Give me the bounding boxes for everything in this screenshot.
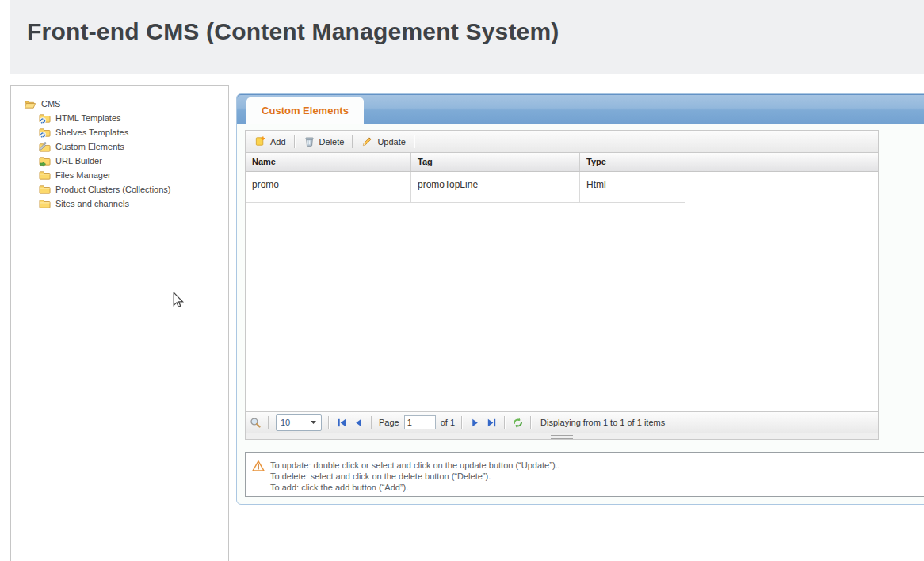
toolbar-separator (294, 135, 296, 148)
help-text: To update: double click or select and cl… (270, 460, 560, 490)
add-button-label: Add (270, 137, 286, 147)
tree-root-label: CMS (41, 99, 60, 109)
folder-icon (39, 198, 51, 210)
custom-elements-grid: Add Delete Update (245, 130, 879, 440)
tree-item-label: Files Manager (55, 170, 111, 180)
resize-grip-handle[interactable] (551, 435, 573, 439)
cell-tag: promoTopLine (411, 172, 580, 202)
last-page-icon[interactable] (486, 417, 498, 429)
tree-item-label: HTML Templates (55, 113, 121, 123)
sidebar-tree-panel: CMS HTML Templates Shelves Templ (10, 85, 229, 561)
help-box: To update: double click or select and cl… (245, 452, 924, 497)
custom-elements-panel: Custom Elements Add Delete (236, 94, 924, 505)
cell-name: promo (246, 172, 411, 202)
page-title: Front-end CMS (Content Management System… (10, 0, 924, 45)
page-number-input[interactable] (404, 415, 436, 429)
sidebar-item-sites-and-channels[interactable]: Sites and channels (39, 197, 228, 211)
folder-sync-icon (39, 127, 51, 139)
pager-separator (371, 416, 372, 429)
sidebar-item-files-manager[interactable]: Files Manager (39, 168, 228, 182)
cell-type: Html (580, 172, 685, 202)
pagination-status: Displaying from 1 to 1 of 1 items (540, 418, 665, 427)
sidebar-item-shelves-templates[interactable]: Shelves Templates (39, 125, 228, 139)
update-button[interactable]: Update (354, 133, 412, 151)
page-size-select[interactable]: 10 (276, 414, 322, 431)
pencil-icon (361, 135, 373, 147)
folder-icon (39, 170, 51, 181)
tree-item-label: Shelves Templates (55, 128, 128, 137)
refresh-icon[interactable] (512, 417, 524, 429)
sidebar-item-custom-elements[interactable]: Custom Elements (39, 139, 228, 154)
pager-separator (268, 416, 269, 429)
cms-tree: CMS HTML Templates Shelves Templ (11, 86, 228, 211)
trash-icon (304, 135, 315, 147)
pager-separator (461, 416, 463, 429)
tree-item-label: Custom Elements (55, 142, 124, 151)
add-icon (254, 135, 266, 147)
tab-strip: Custom Elements (237, 94, 924, 124)
column-header-tag[interactable]: Tag (411, 153, 580, 171)
add-button[interactable]: Add (247, 133, 293, 151)
sidebar-item-product-clusters[interactable]: Product Clusters (Collections) (39, 182, 228, 197)
page-of-label: of 1 (441, 418, 455, 427)
tree-item-label: URL Builder (55, 156, 102, 166)
search-icon[interactable] (250, 417, 262, 429)
pager-separator (530, 416, 532, 429)
pager-separator (328, 416, 330, 429)
app-header: Front-end CMS (Content Management System… (10, 0, 924, 74)
toolbar-separator (414, 135, 415, 148)
tree-root-cms[interactable]: CMS (24, 97, 228, 111)
first-page-icon[interactable] (336, 417, 348, 429)
help-line-update: To update: double click or select and cl… (270, 460, 560, 471)
folder-sync-icon (39, 113, 51, 124)
table-row[interactable]: promo promoTopLine Html (246, 172, 685, 203)
grid-resize-strip (246, 433, 878, 439)
toolbar-separator (352, 135, 353, 148)
tab-custom-elements[interactable]: Custom Elements (246, 97, 364, 124)
open-folder-icon (24, 98, 36, 110)
tree-item-label: Product Clusters (Collections) (55, 185, 171, 194)
grid-toolbar: Add Delete Update (246, 131, 878, 153)
page-size-value: 10 (281, 418, 290, 427)
update-button-label: Update (377, 137, 405, 147)
previous-page-icon[interactable] (353, 417, 365, 429)
pager-separator (504, 416, 506, 429)
warning-icon (252, 460, 265, 472)
sidebar-item-html-templates[interactable]: HTML Templates (39, 111, 228, 125)
next-page-icon[interactable] (469, 417, 481, 429)
sidebar-item-url-builder[interactable]: URL Builder (39, 154, 228, 168)
column-header-type[interactable]: Type (580, 153, 685, 171)
help-line-add: To add: click the add button (“Add”). (270, 482, 560, 493)
folder-edit-icon (39, 141, 51, 153)
grid-body: promo promoTopLine Html (246, 172, 878, 411)
delete-button-label: Delete (319, 137, 345, 147)
column-header-name[interactable]: Name (246, 153, 411, 171)
delete-button[interactable]: Delete (296, 133, 352, 151)
column-header-empty (685, 153, 878, 171)
help-line-delete: To delete: select and click on the delet… (270, 471, 560, 482)
page-label: Page (379, 418, 399, 427)
folder-icon (39, 184, 51, 196)
chevron-down-icon (310, 419, 317, 426)
tree-item-label: Sites and channels (55, 199, 129, 208)
grid-column-headers: Name Tag Type (246, 153, 878, 172)
folder-link-icon (39, 155, 51, 167)
pagination-bar: 10 Page of 1 (246, 411, 878, 433)
